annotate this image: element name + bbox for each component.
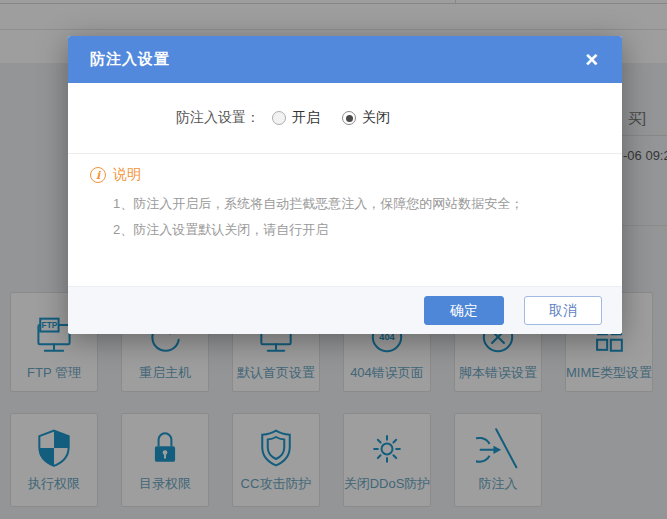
radio-option[interactable]: 关闭 — [342, 109, 390, 127]
note-header: i 说明 — [90, 166, 600, 184]
screen: 买] -06 09:26 FTPFTP 管理重启主机默认首页设置404404错误… — [0, 0, 667, 519]
radio-option[interactable]: 开启 — [272, 109, 320, 127]
note-section: i 说明 1、防注入开启后，系统将自动拦截恶意注入，保障您的网站数据安全；2、防… — [68, 154, 622, 243]
dialog-body: 防注入设置： 开启关闭 i 说明 1、防注入开启后，系统将自动拦截恶意注入，保障… — [68, 83, 622, 286]
radio-dot — [346, 115, 353, 122]
info-icon: i — [90, 167, 106, 183]
note-items: 1、防注入开启后，系统将自动拦截恶意注入，保障您的网站数据安全；2、防注入设置默… — [90, 191, 600, 243]
radio-label: 开启 — [292, 109, 320, 127]
setting-label: 防注入设置： — [68, 109, 260, 127]
note-title: 说明 — [113, 166, 141, 184]
dialog-footer: 确定 取消 — [68, 286, 622, 334]
cancel-button[interactable]: 取消 — [524, 296, 602, 325]
dialog-header: 防注入设置 × — [68, 36, 622, 83]
note-item: 2、防注入设置默认关闭，请自行开启 — [113, 217, 600, 243]
radio-group: 开启关闭 — [272, 109, 390, 127]
radio-label: 关闭 — [362, 109, 390, 127]
confirm-button[interactable]: 确定 — [424, 296, 504, 325]
close-icon[interactable]: × — [579, 47, 604, 73]
radio-icon[interactable] — [272, 111, 286, 125]
radio-icon[interactable] — [342, 111, 356, 125]
anti-injection-dialog: 防注入设置 × 防注入设置： 开启关闭 i 说明 1、防注入开启后，系统将自动拦… — [68, 36, 622, 334]
setting-row: 防注入设置： 开启关闭 — [68, 83, 622, 127]
dialog-title: 防注入设置 — [90, 50, 170, 69]
note-item: 1、防注入开启后，系统将自动拦截恶意注入，保障您的网站数据安全； — [113, 191, 600, 217]
